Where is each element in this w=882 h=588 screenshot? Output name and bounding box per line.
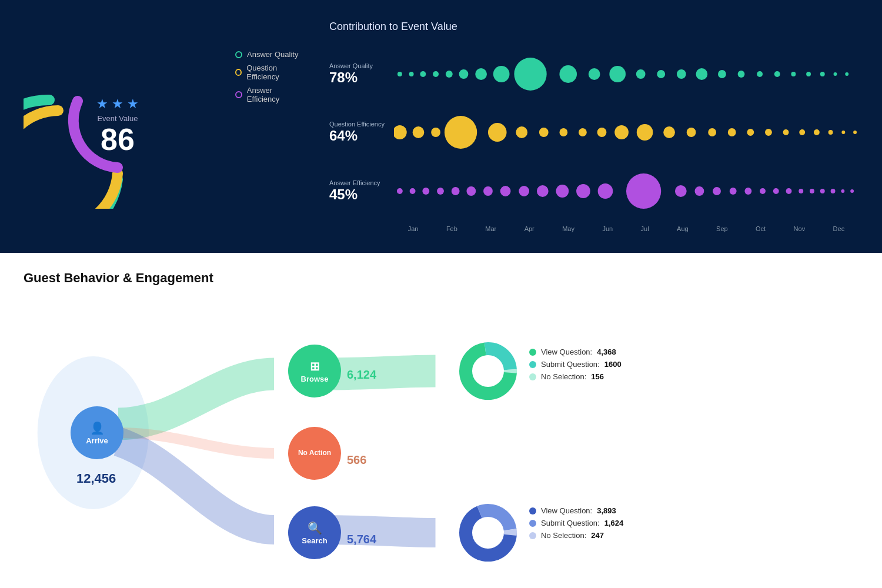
svg-point-3 [433,71,439,77]
month-oct: Oct [756,225,766,232]
search-nosel-label: No Selection: [541,531,586,540]
node-search[interactable]: 🔍 Search [288,506,341,559]
browse-submit-value: 1600 [604,360,622,369]
svg-point-11 [609,66,626,82]
legend-search-view: View Question: 3,893 [529,506,623,515]
month-may: May [562,225,574,232]
svg-point-68 [760,188,766,194]
svg-point-48 [853,131,857,134]
months-axis: Jan Feb Mar Apr May Jun Jul Aug Sep Oct … [329,225,858,232]
svg-point-37 [663,126,675,138]
svg-point-29 [488,123,507,142]
svg-point-8 [514,58,546,91]
count-noaction: 566 [347,453,366,467]
legend-item-question-efficiency: Question Efficiency [235,64,306,81]
svg-point-61 [598,183,613,199]
metric-pct-qe: 64% [329,128,394,144]
svg-point-76 [850,189,854,193]
legend-search-nosel: No Selection: 247 [529,531,623,540]
node-arrive[interactable]: 👤 Arrive [71,406,123,459]
svg-point-31 [539,128,549,137]
month-feb: Feb [446,225,457,232]
svg-point-25 [394,125,407,139]
ldot-search-view [529,507,536,514]
svg-point-49 [397,188,403,194]
legend-dot-answer-efficiency [235,91,242,98]
legend-search: View Question: 3,893 Submit Question: 1,… [529,506,623,543]
search-nosel-value: 247 [591,531,604,540]
svg-point-45 [814,129,820,135]
legend-browse-view: View Question: 4,368 [529,348,622,356]
bubble-row-answer-quality: Answer Quality 78% [329,54,858,95]
browse-label: Browse [301,375,329,383]
event-label: Event Value [96,114,139,123]
month-dec: Dec [833,225,845,232]
svg-point-34 [597,128,607,137]
svg-point-65 [713,187,721,195]
ldot-browse-view [529,349,536,356]
svg-point-44 [799,129,805,135]
metric-pct-aq: 78% [329,69,394,86]
svg-point-6 [475,68,487,80]
svg-point-30 [516,126,527,138]
star-rating: ★ ★ ★ [96,96,139,112]
svg-point-38 [687,128,696,137]
radial-legend: Answer Quality Question Efficiency Answe… [235,50,306,103]
svg-point-10 [589,68,600,80]
legend-search-submit: Submit Question: 1,624 [529,519,623,527]
bubble-track-aq [394,54,858,95]
legend-dot-answer-quality [235,51,242,58]
svg-point-67 [744,188,751,195]
bubble-rows: Answer Quality 78% [329,45,858,220]
node-noaction[interactable]: No Action [288,427,341,480]
radial-chart: ★ ★ ★ Event Value 86 [24,44,212,209]
svg-point-36 [637,124,653,141]
search-view-label: View Question: [541,506,592,515]
svg-point-32 [559,128,567,136]
svg-point-2 [420,71,426,77]
svg-point-1 [409,72,414,76]
svg-point-0 [397,72,402,76]
event-value-display: ★ ★ ★ Event Value 86 [96,96,139,155]
search-submit-value: 1,624 [604,519,624,527]
svg-point-43 [783,129,789,135]
svg-point-46 [828,130,833,135]
svg-point-4 [446,71,453,78]
svg-point-9 [559,65,577,83]
month-nov: Nov [794,225,806,232]
svg-point-27 [431,128,440,137]
svg-point-50 [410,188,416,194]
legend-item-answer-quality: Answer Quality [235,50,306,59]
section-title: Guest Behavior & Engagement [24,270,858,286]
svg-point-70 [786,188,792,194]
browse-nosel-value: 156 [591,372,604,381]
svg-point-58 [537,185,549,197]
svg-point-17 [738,71,745,78]
bubble-label-answer-quality: Answer Quality 78% [329,62,394,86]
event-value: 86 [96,124,139,155]
flow-area: 👤 Arrive 12,456 ⊞ Browse 6,124 No Action… [24,298,858,580]
search-view-value: 3,893 [597,506,616,515]
arrive-icon: 👤 [90,421,105,435]
ldot-search-nosel [529,532,536,539]
metric-name-aq: Answer Quality [329,62,394,69]
svg-point-5 [459,69,469,79]
top-panel: ★ ★ ★ Event Value 86 Answer Quality Ques… [0,0,882,253]
svg-point-56 [500,186,511,196]
svg-point-42 [765,129,772,136]
svg-point-18 [757,71,763,77]
svg-point-14 [677,69,686,79]
svg-point-24 [845,72,848,76]
legend-label-question-efficiency: Question Efficiency [246,64,306,81]
legend-label-answer-efficiency: Answer Efficiency [247,86,306,103]
svg-point-55 [483,186,493,196]
svg-point-52 [437,188,444,195]
bottom-panel: Guest Behavior & Engagement 👤 Arrive 12,… [0,253,882,588]
bubble-row-question-efficiency: Question Efficiency 64% [329,112,858,153]
legend-browse-submit: Submit Question: 1600 [529,360,622,369]
bubble-label-question-efficiency: Question Efficiency 64% [329,121,394,144]
search-submit-label: Submit Question: [541,519,600,527]
node-browse[interactable]: ⊞ Browse [288,345,341,397]
bubble-track-ae [394,171,858,212]
svg-point-73 [820,189,825,193]
